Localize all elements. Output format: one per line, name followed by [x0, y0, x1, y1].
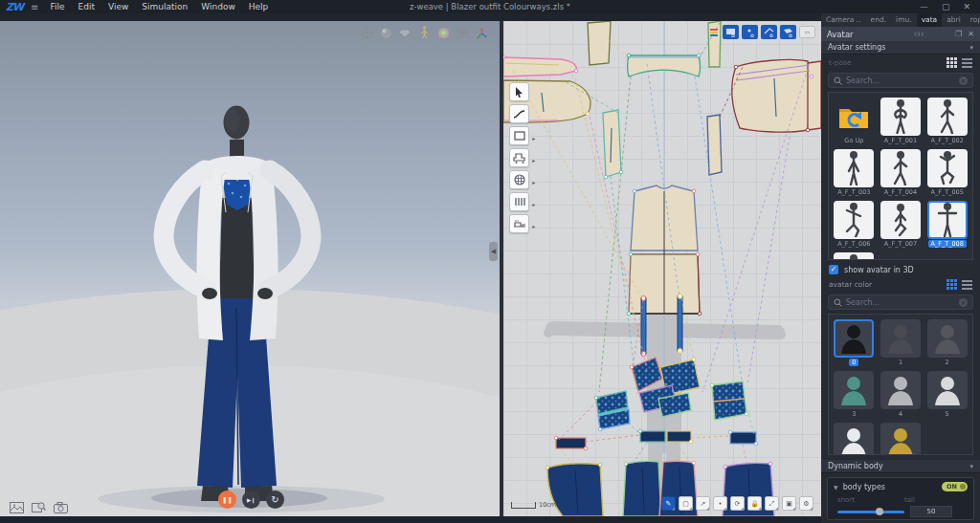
show-grid-toggle[interactable]: ▭ — [799, 26, 815, 38]
maximize-icon[interactable]: ▢ — [942, 2, 950, 11]
color-sphere-icon[interactable] — [436, 26, 450, 39]
color-item[interactable]: 1 — [880, 319, 923, 366]
pose-item-selected[interactable]: A_F_T_008 — [925, 201, 969, 248]
pattern-edit-toolbar: ✎ ▢ ↗ • ⟳ 🔒 ⤢ ▣ ⚙ — [661, 496, 813, 511]
collapse-left-handle[interactable]: ◀ — [489, 242, 498, 261]
tab-fabric[interactable]: abri — [942, 13, 966, 27]
show-pattern-toggle[interactable] — [723, 25, 739, 39]
pattern-2d-canvas[interactable]: ▸ ▸ ▸ ▸ ▸ — [503, 21, 821, 516]
color-item[interactable]: 2 — [925, 319, 969, 366]
close-icon[interactable]: ✕ — [963, 2, 970, 11]
menu-window[interactable]: Window — [201, 2, 235, 11]
avatar-color-label: avatar color — [829, 280, 872, 289]
list-view-icon[interactable] — [962, 58, 972, 68]
collapse-caret-icon[interactable]: ▼ — [834, 484, 838, 490]
settings-tool[interactable]: ⚙ — [799, 496, 813, 511]
list-view-icon[interactable] — [962, 280, 972, 290]
rectangle-tool[interactable]: ▸ — [509, 126, 529, 145]
menu-edit[interactable]: Edit — [78, 2, 95, 11]
tab-camera[interactable]: Camera .. — [821, 13, 866, 27]
pose-search-input[interactable] — [846, 76, 955, 85]
show-seams-toggle[interactable] — [761, 25, 777, 39]
hamburger-menu-icon[interactable]: ≡ — [31, 2, 38, 12]
show-fabric-toggle[interactable] — [780, 25, 796, 39]
avatar-settings-label: Avatar settings — [828, 43, 885, 52]
menu-help[interactable]: Help — [249, 2, 269, 11]
zoom-document-icon[interactable] — [32, 499, 47, 512]
camera-icon[interactable] — [54, 499, 69, 512]
pause-button[interactable]: ❚❚ — [218, 490, 236, 509]
pose-item-go-up[interactable]: Go Up — [833, 98, 876, 144]
grid-view-icon[interactable] — [947, 57, 957, 68]
pose-item[interactable]: A_F_T_001 — [880, 98, 923, 144]
pose-item[interactable]: A_F_T_003 — [833, 149, 876, 196]
select-tool[interactable] — [509, 82, 529, 101]
menu-view[interactable]: View — [108, 2, 128, 11]
capture-frame-icon[interactable] — [456, 26, 469, 39]
popout-icon[interactable]: ❐ — [955, 30, 962, 38]
edit-pattern-tool[interactable]: ✎ — [661, 496, 676, 511]
tab-prop[interactable]: rop. — [966, 13, 980, 27]
avatar-settings-header[interactable]: Avatar settings ▾ — [821, 41, 980, 54]
drag-handle-icon[interactable]: ⦀⦀⦀ — [914, 31, 924, 38]
pattern-view-toolbar: ▭ — [710, 25, 815, 39]
sewing-machine-tool[interactable]: ▸ — [509, 148, 529, 167]
clear-search-icon[interactable]: ✕ — [959, 76, 968, 85]
step-forward-button[interactable]: ▶❙ — [242, 490, 260, 509]
trace-tool[interactable]: ▢ — [679, 496, 693, 511]
pose-item-partial[interactable] — [833, 252, 876, 260]
pattern-pieces — [503, 21, 821, 516]
color-item[interactable]: 6 — [833, 423, 876, 455]
height-slider[interactable] — [837, 511, 904, 513]
panel-close-icon[interactable]: ✕ — [968, 30, 974, 38]
tab-imu[interactable]: imu. — [891, 13, 917, 27]
pattern-tool-column: ▸ ▸ ▸ ▸ ▸ — [509, 82, 529, 233]
flyout-arrow-icon: ▸ — [532, 201, 535, 207]
reset-button[interactable]: ↻ — [266, 490, 284, 509]
color-item[interactable]: 5 — [925, 371, 969, 418]
show-points-toggle[interactable] — [742, 25, 758, 39]
stitch-machine-tool[interactable]: ▸ — [509, 214, 529, 233]
chevron-down-icon: ▾ — [969, 44, 973, 52]
pose-item[interactable]: A_F_T_006 — [833, 201, 876, 248]
lock-piece-tool[interactable]: 🔒 — [747, 496, 762, 511]
align-tool[interactable]: ▣ — [782, 496, 796, 511]
wireframe-sphere-icon[interactable] — [360, 26, 373, 39]
tab-avatar[interactable]: vata — [917, 13, 943, 27]
color-item-selected[interactable]: 0 — [833, 319, 876, 366]
scale-bracket — [511, 502, 536, 509]
curve-pen-tool[interactable] — [509, 104, 529, 123]
tab-end[interactable]: end. — [866, 13, 892, 27]
pose-item[interactable]: A_F_T_005 — [925, 149, 969, 196]
minimize-icon[interactable]: — — [920, 2, 928, 11]
body-types-toggle[interactable]: ON — [942, 482, 968, 491]
viewport-3d[interactable]: ❚❚ ▶❙ ↻ — [0, 21, 500, 516]
color-item[interactable]: 3 — [833, 371, 876, 418]
dynamic-body-header[interactable]: Dynamic body ▾ — [821, 460, 980, 473]
shaded-sphere-icon[interactable] — [379, 26, 392, 39]
clear-search-icon[interactable]: ✕ — [959, 298, 968, 307]
color-search-input[interactable] — [846, 298, 955, 307]
pose-item[interactable]: A_F_T_002 — [925, 98, 969, 144]
measure-tool[interactable]: ⤢ — [765, 496, 779, 511]
circle-mesh-tool[interactable]: ▸ — [509, 170, 529, 189]
gem-icon[interactable] — [398, 26, 412, 39]
image-icon[interactable] — [10, 499, 25, 512]
grid-view-icon[interactable] — [947, 279, 957, 290]
mannequin-icon[interactable] — [417, 26, 431, 39]
show-avatar-checkbox[interactable]: ✓ — [829, 265, 838, 274]
menu-simulation[interactable]: Simulation — [142, 2, 188, 11]
color-item[interactable]: 4 — [880, 371, 923, 418]
seam-tool[interactable]: ↗ — [696, 496, 710, 511]
pleats-tool[interactable]: ▸ — [509, 192, 529, 211]
pose-item[interactable]: A_F_T_007 — [880, 201, 923, 248]
rotate-piece-tool[interactable]: ⟳ — [730, 496, 745, 511]
menu-file[interactable]: File — [51, 2, 65, 11]
point-tool[interactable]: • — [713, 496, 727, 511]
color-item[interactable]: 7 — [880, 423, 923, 455]
pose-item[interactable]: A_F_T_004 — [880, 149, 923, 196]
colorway-swatch-icon[interactable] — [710, 29, 718, 36]
height-value-input[interactable]: 50 — [910, 506, 952, 517]
flyout-arrow-icon: ▸ — [532, 157, 535, 163]
axis-gizmo-icon[interactable] — [475, 26, 488, 39]
